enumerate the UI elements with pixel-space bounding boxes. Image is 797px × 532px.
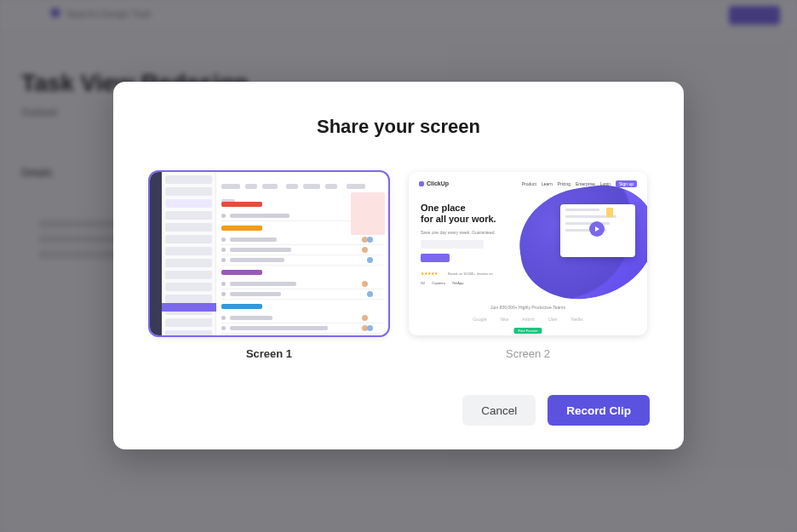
share-screen-modal: Share your screen	[113, 82, 684, 449]
landing-headline: One place for all your work.	[421, 203, 496, 225]
screen-options: Screen 1 ClickUp ProductLearnPricingEnte…	[147, 172, 650, 360]
landing-subline: Save one day every week. Guaranteed.	[421, 230, 496, 235]
cancel-button[interactable]: Cancel	[462, 395, 536, 426]
record-clip-button[interactable]: Record Clip	[548, 395, 650, 426]
play-icon	[589, 221, 605, 237]
rating-stars: ★★★★★	[421, 271, 438, 276]
screen-option-2[interactable]: ClickUp ProductLearnPricingEnterpriseLog…	[409, 172, 647, 360]
screen-1-label: Screen 1	[246, 347, 292, 360]
modal-title: Share your screen	[147, 116, 650, 138]
landing-nav: ProductLearnPricingEnterpriseLoginSign u…	[517, 180, 637, 187]
screen-1-thumbnail	[150, 172, 388, 335]
free-forever-badge: Free Forever	[513, 328, 542, 334]
footer-tagline: Join 800,000+ Highly Productive Teams	[409, 305, 647, 310]
email-input-placeholder	[421, 240, 484, 249]
screen-2-thumbnail: ClickUp ProductLearnPricingEnterpriseLog…	[409, 172, 647, 335]
customer-logos: GoogleNikeAirbnbUberNetflix	[409, 317, 647, 322]
get-started-button	[421, 254, 450, 262]
modal-actions: Cancel Record Clip	[147, 395, 650, 426]
screen-option-1[interactable]: Screen 1	[150, 172, 388, 360]
review-sources: G2CapterraGetApp	[421, 281, 470, 285]
reviews-text: Based on 10,000+ reviews on	[448, 272, 493, 276]
brand-name: ClickUp	[427, 180, 449, 186]
screen-2-label: Screen 2	[506, 347, 550, 360]
